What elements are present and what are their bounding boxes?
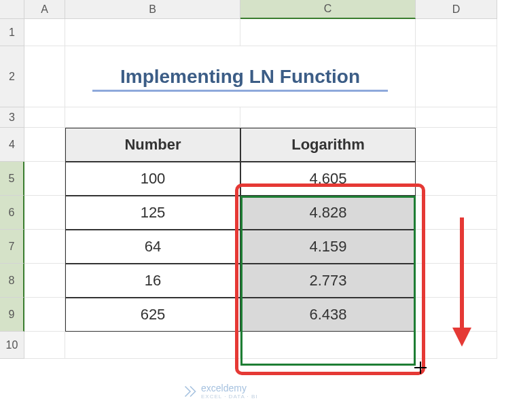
- cell-d3[interactable]: [416, 107, 497, 128]
- row-header-10[interactable]: 10: [0, 332, 24, 359]
- cell-d10[interactable]: [416, 332, 497, 359]
- cell-logarithm-2[interactable]: 4.159: [240, 230, 416, 264]
- row-header-9[interactable]: 9: [0, 298, 24, 332]
- cell-a10[interactable]: [24, 332, 65, 359]
- row-header-8[interactable]: 8: [0, 264, 24, 298]
- cell-d2[interactable]: [416, 46, 497, 107]
- cell-b1[interactable]: [65, 19, 240, 46]
- cell-a3[interactable]: [24, 107, 65, 128]
- watermark-logo-icon: [183, 385, 197, 398]
- title-cell[interactable]: Implementing LN Function: [65, 46, 416, 107]
- watermark-text: exceldemy: [201, 383, 258, 393]
- cell-number-1[interactable]: 125: [65, 196, 240, 230]
- row-header-7[interactable]: 7: [0, 230, 24, 264]
- spreadsheet-grid: A B C D 1 2 Implementing LN Function 3 4…: [0, 0, 521, 359]
- watermark: exceldemy EXCEL · DATA · BI: [183, 383, 258, 400]
- cell-number-2[interactable]: 64: [65, 230, 240, 264]
- cell-a7[interactable]: [24, 230, 65, 264]
- col-header-d[interactable]: D: [416, 0, 497, 19]
- cell-d7[interactable]: [416, 230, 497, 264]
- cell-d1[interactable]: [416, 19, 497, 46]
- title-underline: [92, 90, 388, 92]
- table-header-logarithm[interactable]: Logarithm: [240, 128, 416, 162]
- col-header-c[interactable]: C: [240, 0, 416, 19]
- page-title: Implementing LN Function: [120, 66, 360, 88]
- cell-a8[interactable]: [24, 264, 65, 298]
- row-header-6[interactable]: 6: [0, 196, 24, 230]
- cell-a2[interactable]: [24, 46, 65, 107]
- cell-d5[interactable]: [416, 162, 497, 196]
- cell-a4[interactable]: [24, 128, 65, 162]
- cell-number-3[interactable]: 16: [65, 264, 240, 298]
- cell-a5[interactable]: [24, 162, 65, 196]
- row-header-1[interactable]: 1: [0, 19, 24, 46]
- cell-d9[interactable]: [416, 298, 497, 332]
- fill-handle-icon[interactable]: [414, 362, 427, 374]
- cell-c10[interactable]: [240, 332, 416, 359]
- cell-number-0[interactable]: 100: [65, 162, 240, 196]
- cell-logarithm-0[interactable]: 4.605: [240, 162, 416, 196]
- cell-a6[interactable]: [24, 196, 65, 230]
- col-header-b[interactable]: B: [65, 0, 240, 19]
- cell-a9[interactable]: [24, 298, 65, 332]
- row-header-2[interactable]: 2: [0, 46, 24, 107]
- cell-logarithm-1[interactable]: 4.828: [240, 196, 416, 230]
- cell-logarithm-3[interactable]: 2.773: [240, 264, 416, 298]
- select-all-corner[interactable]: [0, 0, 24, 19]
- cell-a1[interactable]: [24, 19, 65, 46]
- cell-b10[interactable]: [65, 332, 240, 359]
- cell-c1[interactable]: [240, 19, 416, 46]
- row-header-3[interactable]: 3: [0, 107, 24, 128]
- cell-d4[interactable]: [416, 128, 497, 162]
- cell-d8[interactable]: [416, 264, 497, 298]
- cell-d6[interactable]: [416, 196, 497, 230]
- cell-b3[interactable]: [65, 107, 240, 128]
- cell-logarithm-4[interactable]: 6.438: [240, 298, 416, 332]
- row-header-5[interactable]: 5: [0, 162, 24, 196]
- row-header-4[interactable]: 4: [0, 128, 24, 162]
- watermark-subtext: EXCEL · DATA · BI: [201, 393, 258, 400]
- col-header-a[interactable]: A: [24, 0, 65, 19]
- cell-number-4[interactable]: 625: [65, 298, 240, 332]
- table-header-number[interactable]: Number: [65, 128, 240, 162]
- cell-c3[interactable]: [240, 107, 416, 128]
